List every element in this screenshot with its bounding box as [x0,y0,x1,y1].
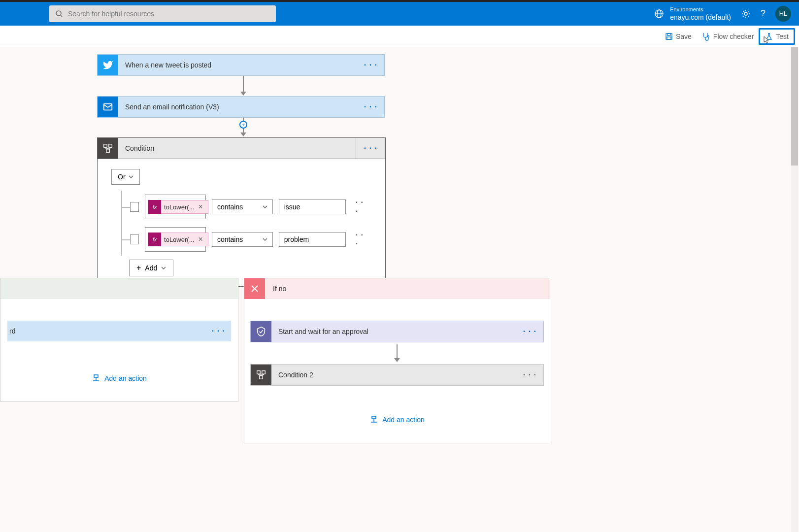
chevron-down-icon [263,238,267,241]
environment-selector[interactable]: Environments enayu.com (default) [654,6,731,22]
cursor-icon [762,35,770,44]
operator-select[interactable]: contains [212,232,273,247]
operator-select[interactable]: contains [212,200,273,214]
save-button[interactable]: Save [660,30,697,43]
svg-rect-25 [260,376,263,379]
svg-rect-30 [372,416,376,419]
svg-line-1 [61,15,62,17]
environment-value: enayu.com (default) [670,13,731,22]
settings-button[interactable] [741,9,751,19]
search-icon [55,10,63,18]
flow-canvas[interactable]: When a new tweet is posted · · · Send an… [0,47,799,532]
approval-card[interactable]: Start and wait for an approval · · · [250,321,544,342]
test-button[interactable]: Test [759,28,795,45]
add-action-button[interactable]: Add an action [7,369,231,388]
yes-action-card[interactable]: rd · · · [7,321,231,341]
svg-rect-12 [109,144,112,147]
value-input[interactable] [279,200,346,214]
gear-icon [741,9,751,19]
fx-icon: fx [148,233,161,246]
chevron-down-icon [263,205,267,208]
avatar[interactable]: HL [775,6,791,22]
action-title: Send an email notification (V3) [118,103,357,111]
card-menu-button[interactable]: · · · [516,370,543,379]
environment-icon [654,9,664,19]
svg-rect-11 [104,144,107,147]
card-menu-button[interactable]: · · · [356,138,385,159]
add-action-icon [92,374,100,383]
add-row-button[interactable]: + Add [129,260,173,276]
row-checkbox[interactable] [130,202,139,212]
condition-row: fx toLower(... × contains · · · [122,223,371,256]
card-menu-button[interactable]: · · · [357,102,384,111]
app-header: Environments enayu.com (default) ? HL [0,2,799,26]
expression-input[interactable]: fx toLower(... × [145,227,206,252]
help-button[interactable]: ? [761,8,766,19]
svg-point-0 [56,11,61,16]
logic-selector[interactable]: Or [111,169,140,185]
condition-icon [251,365,271,385]
svg-rect-7 [667,33,670,35]
stethoscope-icon [701,32,710,41]
svg-rect-18 [94,375,98,377]
chevron-down-icon [129,175,133,178]
toolbar: Save Flow checker Test [0,26,799,47]
add-step-button[interactable]: + [239,121,247,129]
approval-icon [251,321,271,342]
card-menu-button[interactable]: · · · [357,61,384,69]
remove-expression-button[interactable]: × [197,202,203,211]
condition2-title: Condition 2 [271,371,516,379]
svg-rect-13 [106,149,109,152]
add-action-button[interactable]: Add an action [250,410,544,429]
action-card-email[interactable]: Send an email notification (V3) · · · [97,96,385,118]
row-menu-button[interactable]: · · · [352,231,371,248]
add-action-icon [369,415,378,424]
fx-icon: fx [148,200,161,214]
card-menu-button[interactable]: · · · [516,327,543,336]
if-yes-branch[interactable]: rd · · · Add an action [0,278,238,402]
row-checkbox[interactable] [130,234,139,244]
svg-point-5 [744,12,747,15]
help-icon: ? [761,8,766,19]
condition-icon [98,138,118,159]
svg-point-9 [707,35,709,37]
trigger-title: When a new tweet is posted [118,61,357,69]
condition2-card[interactable]: Condition 2 · · · [250,364,544,386]
svg-rect-23 [257,371,260,374]
svg-rect-8 [667,37,671,39]
plus-icon: + [136,264,141,272]
branch-title: If no [265,285,294,293]
value-input[interactable] [279,232,346,247]
save-icon [665,33,673,40]
svg-rect-24 [262,371,265,374]
trigger-card[interactable]: When a new tweet is posted · · · [97,54,385,76]
remove-expression-button[interactable]: × [197,235,203,244]
chevron-down-icon [161,266,166,269]
environment-label: Environments [670,6,731,13]
condition-title: Condition [118,139,356,158]
no-icon [244,278,265,299]
row-menu-button[interactable]: · · · [352,198,371,216]
search-box[interactable] [49,5,276,22]
approval-title: Start and wait for an approval [271,328,516,335]
card-menu-button[interactable]: · · · [212,327,225,335]
mail-icon [98,97,118,117]
search-input[interactable] [68,10,270,18]
scrollbar[interactable] [791,47,798,532]
condition-card[interactable]: Condition · · · Or fx toLower(... × [97,137,386,287]
twitter-icon [98,55,118,75]
condition-row: fx toLower(... × contains · · · [122,191,371,223]
flow-checker-button[interactable]: Flow checker [697,29,759,44]
expression-input[interactable]: fx toLower(... × [145,195,206,219]
if-no-branch[interactable]: If no Start and wait for an approval · ·… [244,278,550,443]
